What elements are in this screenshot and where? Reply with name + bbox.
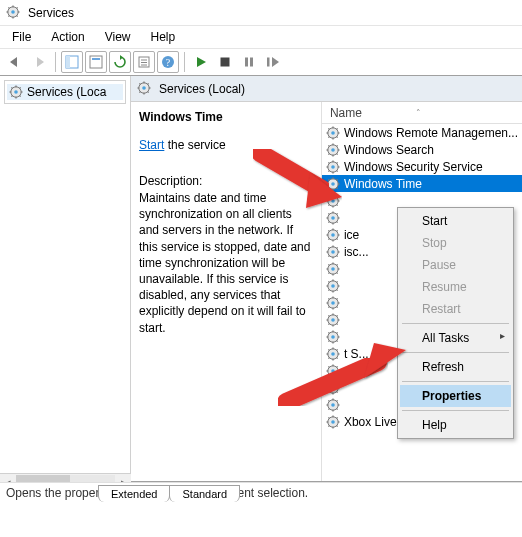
service-name: Windows Time [344, 177, 422, 191]
pause-icon [243, 56, 255, 68]
service-icon [326, 381, 340, 395]
service-icon [326, 126, 340, 140]
play-icon [195, 56, 207, 68]
service-row[interactable]: Windows Security Service [322, 158, 522, 175]
menu-file[interactable]: File [2, 28, 41, 46]
arrow-left-icon [7, 56, 23, 68]
service-icon [326, 143, 340, 157]
help-icon: ? [161, 55, 175, 69]
refresh-icon [113, 55, 127, 69]
start-rest-text: the service [164, 138, 225, 152]
window-title: Services [28, 6, 74, 20]
svg-rect-22 [250, 58, 253, 67]
toolbar: ? [0, 48, 522, 76]
tab-extended[interactable]: Extended [98, 485, 170, 502]
menu-view[interactable]: View [95, 28, 141, 46]
toolbar-separator [55, 52, 56, 72]
svg-rect-23 [267, 58, 270, 67]
toolbar-separator [184, 52, 185, 72]
svg-rect-12 [90, 56, 102, 68]
ctx-pause: Pause [400, 254, 511, 276]
toolbar-restart-service[interactable] [262, 51, 284, 73]
sort-indicator-icon: ˄ [416, 108, 421, 118]
ctx-restart: Restart [400, 298, 511, 320]
list-header[interactable]: Name ˄ [322, 102, 522, 124]
toolbar-help[interactable]: ? [157, 51, 179, 73]
toolbar-export-list[interactable] [109, 51, 131, 73]
titlebar: Services [0, 0, 522, 26]
service-icon [326, 296, 340, 310]
ctx-properties[interactable]: Properties [400, 385, 511, 407]
service-row[interactable]: Windows Remote Managemen... [322, 124, 522, 141]
tree-node-label: Services (Loca [27, 85, 106, 99]
context-menu: Start Stop Pause Resume Restart All Task… [397, 207, 514, 439]
menubar: File Action View Help [0, 26, 522, 48]
services-app-icon [6, 5, 22, 21]
service-icon [326, 194, 340, 208]
svg-text:?: ? [166, 57, 171, 68]
service-icon [326, 330, 340, 344]
service-icon [326, 245, 340, 259]
service-name: ice [344, 228, 359, 242]
service-row[interactable]: Windows Time [322, 175, 522, 192]
description-label: Description: [139, 174, 311, 188]
start-service-link[interactable]: Start [139, 138, 164, 152]
selected-service-name: Windows Time [139, 110, 311, 124]
menu-help[interactable]: Help [141, 28, 186, 46]
description-text: Maintains date and time synchronization … [139, 190, 311, 336]
ctx-stop: Stop [400, 232, 511, 254]
ctx-separator [402, 323, 509, 324]
service-icon [326, 160, 340, 174]
toolbar-back[interactable] [4, 51, 26, 73]
statusbar: Opens the properties dialog box for the … [0, 482, 522, 502]
tree-node-services[interactable]: Services (Loca [7, 84, 123, 100]
service-start-line: Start the service [139, 138, 311, 152]
service-name: Windows Remote Managemen... [344, 126, 518, 140]
ctx-separator [402, 410, 509, 411]
service-icon [326, 177, 340, 191]
pane-header-text: Services (Local) [159, 82, 245, 96]
service-name: Windows Search [344, 143, 434, 157]
service-icon [326, 364, 340, 378]
service-icon [326, 398, 340, 412]
service-icon [326, 279, 340, 293]
toolbar-show-hide-tree[interactable] [61, 51, 83, 73]
toolbar-properties[interactable] [133, 51, 155, 73]
toolbar-start-service[interactable] [190, 51, 212, 73]
toolbar-forward[interactable] [28, 51, 50, 73]
service-icon [326, 313, 340, 327]
service-icon [326, 228, 340, 242]
stop-icon [219, 56, 231, 68]
panel-icon [65, 55, 79, 69]
arrow-right-icon [31, 56, 47, 68]
restart-icon [266, 56, 280, 68]
svg-rect-20 [221, 58, 230, 67]
column-name: Name [330, 106, 362, 120]
service-name: Windows Security Service [344, 160, 483, 174]
svg-rect-13 [92, 58, 100, 60]
services-icon [9, 85, 23, 99]
service-icon [326, 415, 340, 429]
ctx-start[interactable]: Start [400, 210, 511, 232]
service-row[interactable]: Windows Search [322, 141, 522, 158]
service-name: isc... [344, 245, 369, 259]
ctx-all-tasks[interactable]: All Tasks [400, 327, 511, 349]
service-name: t S... [344, 347, 369, 361]
ctx-refresh[interactable]: Refresh [400, 356, 511, 378]
ctx-help[interactable]: Help [400, 414, 511, 436]
service-detail: Windows Time Start the service Descripti… [131, 102, 321, 481]
toolbar-stop-service[interactable] [214, 51, 236, 73]
tree-pane: Services (Loca [0, 76, 131, 481]
toolbar-pause-service[interactable] [238, 51, 260, 73]
ctx-resume: Resume [400, 276, 511, 298]
ctx-separator [402, 381, 509, 382]
menu-action[interactable]: Action [41, 28, 94, 46]
tab-standard[interactable]: Standard [169, 485, 240, 502]
service-icon [326, 347, 340, 361]
toolbar-refresh-all[interactable] [85, 51, 107, 73]
svg-rect-11 [66, 56, 70, 68]
svg-rect-21 [245, 58, 248, 67]
window-icon [89, 55, 103, 69]
service-icon [326, 211, 340, 225]
pane-header: Services (Local) [131, 76, 522, 102]
